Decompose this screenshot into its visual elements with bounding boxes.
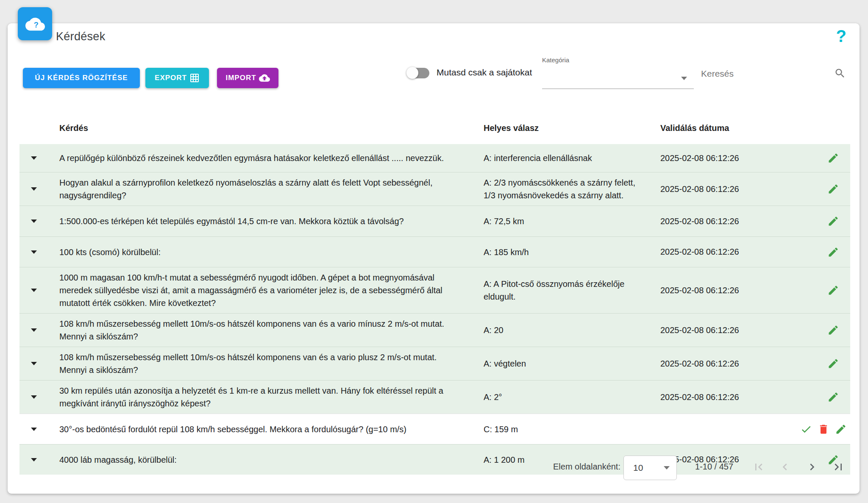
validated-date-cell: 2025-02-08 06:12:26 xyxy=(660,325,800,335)
chevron-left-icon xyxy=(778,460,792,474)
items-per-page-label: Elem oldalanként: xyxy=(553,462,620,472)
show-own-toggle-label: Mutasd csak a sajátokat xyxy=(437,67,532,78)
items-per-page-select[interactable]: 10 xyxy=(623,456,677,480)
table-row: 108 km/h műszersebesség mellett 10m/s-os… xyxy=(19,313,850,347)
row-actions xyxy=(800,152,850,164)
edit-pencil-icon[interactable] xyxy=(827,284,839,296)
row-actions xyxy=(800,423,858,435)
row-actions xyxy=(800,324,850,336)
validated-date-cell: 2025-02-08 06:12:26 xyxy=(660,392,800,402)
answer-cell: A: A Pitot-cső össznyomás érzékelője eld… xyxy=(484,274,660,307)
edit-pencil-icon[interactable] xyxy=(827,358,839,370)
table-row: Hogyan alakul a szárnyprofilon keletkező… xyxy=(19,172,850,206)
excel-grid-icon xyxy=(189,73,200,83)
question-cell: 1:500.000-es térképen két település egym… xyxy=(48,211,484,231)
page-title: Kérdések xyxy=(56,30,105,43)
answer-cell: A: 20 xyxy=(484,320,660,340)
expand-row-button[interactable] xyxy=(31,156,37,160)
cloud-upload-icon xyxy=(259,72,270,83)
edit-pencil-icon[interactable] xyxy=(827,183,839,195)
expand-row-button[interactable] xyxy=(31,187,37,191)
validated-date-cell: 2025-02-08 06:12:26 xyxy=(660,359,800,369)
edit-pencil-icon[interactable] xyxy=(827,215,839,227)
last-page-icon xyxy=(832,460,845,474)
table-row: 30°-os bedöntésű fordulót repül 108 km/h… xyxy=(19,414,850,444)
new-question-button[interactable]: ÚJ KÉRDÉS RÖGZÍTÉSE xyxy=(23,68,140,88)
row-actions xyxy=(800,215,850,227)
table-row: A repülőgép különböző részeinek kedvezőt… xyxy=(19,144,850,172)
next-page-button[interactable] xyxy=(804,459,821,476)
question-cell: 108 km/h műszersebesség mellett 10m/s-os… xyxy=(48,314,484,347)
questions-card: Kérdések ? ÚJ KÉRDÉS RÖGZÍTÉSE EXPORT IM… xyxy=(8,23,860,494)
question-cell: 30°-os bedöntésű fordulót repül 108 km/h… xyxy=(48,419,484,439)
column-header-question: Kérdés xyxy=(48,123,484,133)
answer-cell: A: 185 km/h xyxy=(484,242,660,262)
validated-date-cell: 2025-02-08 06:12:26 xyxy=(660,217,800,226)
first-page-icon xyxy=(752,460,765,474)
category-select[interactable]: Kategória xyxy=(542,56,694,90)
first-page-button[interactable] xyxy=(750,459,767,476)
expand-row-button[interactable] xyxy=(31,395,37,399)
chevron-down-icon xyxy=(664,466,670,470)
previous-page-button[interactable] xyxy=(776,459,793,476)
table-row: 100 kts (csomó) körülbelül: A: 185 km/h … xyxy=(19,236,850,267)
row-actions xyxy=(800,391,850,403)
row-actions xyxy=(800,183,850,195)
pagination-range: 1-10 / 457 xyxy=(695,462,733,472)
column-header-answer: Helyes válasz xyxy=(484,123,660,133)
table-row: 1000 m magasan 100 km/h-t mutat a sebess… xyxy=(19,267,850,313)
edit-pencil-icon[interactable] xyxy=(827,152,839,164)
trash-icon[interactable] xyxy=(818,423,829,435)
validated-date-cell: 2025-02-08 06:12:26 xyxy=(660,286,800,295)
expand-row-button[interactable] xyxy=(31,428,37,431)
help-fab-button[interactable]: ? xyxy=(18,7,52,40)
search-field xyxy=(700,56,847,90)
answer-cell: A: 2° xyxy=(484,387,660,407)
question-cell: 100 kts (csomó) körülbelül: xyxy=(48,242,484,262)
answer-cell: C: 159 m xyxy=(484,419,660,439)
table-body: A repülőgép különböző részeinek kedvezőt… xyxy=(19,144,850,475)
row-actions xyxy=(800,246,850,258)
search-input[interactable] xyxy=(700,68,829,79)
chevron-right-icon xyxy=(805,460,819,474)
expand-row-button[interactable] xyxy=(31,220,37,223)
edit-pencil-icon[interactable] xyxy=(827,246,839,258)
cloud-question-icon: ? xyxy=(25,17,45,31)
validated-date-cell: 2025-02-08 06:12:26 xyxy=(660,153,800,163)
answer-cell: A: interferencia ellenállásnak xyxy=(484,148,660,168)
chevron-down-icon xyxy=(681,77,687,80)
validated-date-cell: 2025-02-08 06:12:26 xyxy=(660,247,800,257)
table-header: Kérdés Helyes válasz Validálás dátuma xyxy=(19,112,850,144)
answer-cell: A: 72,5 km xyxy=(484,211,660,231)
table-row: 30 km repülés után azonosítja a helyzeté… xyxy=(19,380,850,414)
answer-cell: A: végtelen xyxy=(484,353,660,374)
pagination-bar: Elem oldalanként: 10 1-10 / 457 xyxy=(8,450,860,488)
table-row: 108 km/h műszersebesség mellett 10m/s-os… xyxy=(19,347,850,380)
question-cell: 108 km/h műszersebesség mellett 10m/s-os… xyxy=(48,347,484,380)
validated-date-cell: 2025-02-08 06:12:26 xyxy=(660,184,800,194)
category-label: Kategória xyxy=(542,56,569,64)
question-cell: Hogyan alakul a szárnyprofilon keletkező… xyxy=(48,172,484,206)
edit-pencil-icon[interactable] xyxy=(835,423,847,435)
question-cell: 1000 m magasan 100 km/h-t mutat a sebess… xyxy=(48,267,484,313)
question-cell: A repülőgép különböző részeinek kedvezőt… xyxy=(48,148,484,168)
question-cell: 30 km repülés után azonosítja a helyzeté… xyxy=(48,381,484,414)
column-header-validated: Validálás dátuma xyxy=(660,123,800,133)
import-button[interactable]: IMPORT xyxy=(217,68,278,88)
expand-row-button[interactable] xyxy=(31,362,37,365)
expand-row-button[interactable] xyxy=(31,250,37,254)
show-own-toggle[interactable] xyxy=(406,67,434,79)
check-icon[interactable] xyxy=(800,423,812,435)
table-row: 1:500.000-es térképen két település egym… xyxy=(19,206,850,236)
export-button[interactable]: EXPORT xyxy=(145,68,209,88)
row-actions xyxy=(800,284,850,296)
edit-pencil-icon[interactable] xyxy=(827,324,839,336)
answer-cell: A: 2/3 nyomáscsökkenés a szárny felett, … xyxy=(484,172,660,206)
help-icon[interactable]: ? xyxy=(836,28,846,44)
expand-row-button[interactable] xyxy=(31,328,37,332)
search-icon[interactable] xyxy=(834,67,846,81)
row-actions xyxy=(800,358,850,370)
edit-pencil-icon[interactable] xyxy=(827,391,839,403)
last-page-button[interactable] xyxy=(830,459,847,476)
expand-row-button[interactable] xyxy=(31,289,37,292)
